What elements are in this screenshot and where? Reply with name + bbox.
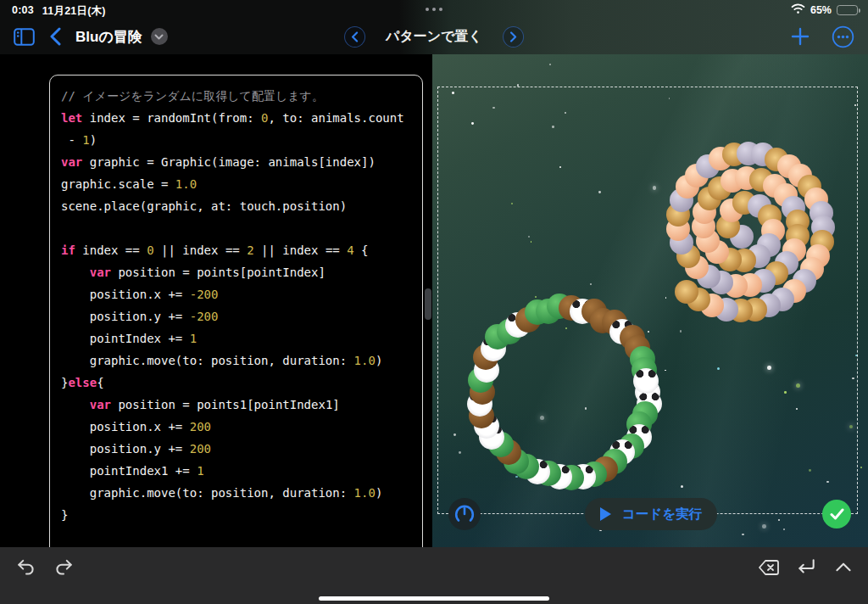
code-line[interactable]: var position = points1[pointIndex1] — [61, 394, 422, 416]
checkmark-icon — [830, 508, 844, 520]
page-title: パターンで置く — [386, 28, 482, 46]
emoji-graphic-panda — [633, 368, 659, 394]
star — [742, 534, 744, 536]
back-button[interactable] — [49, 27, 61, 46]
add-button[interactable] — [791, 27, 810, 46]
live-view-panel: コードを実行 — [432, 54, 868, 547]
backspace-button[interactable] — [756, 555, 782, 580]
battery-icon — [837, 5, 858, 16]
code-line[interactable]: pointIndex1 += 1 — [61, 460, 422, 482]
speed-gauge-button[interactable] — [448, 498, 481, 530]
star — [778, 519, 781, 522]
undo-button[interactable] — [14, 555, 39, 580]
home-indicator[interactable] — [319, 596, 549, 601]
code-line[interactable]: graphic.scale = 1.0 — [61, 173, 422, 195]
code-line[interactable]: } — [61, 504, 422, 526]
code-line[interactable]: var graphic = Graphic(image: animals[ind… — [61, 151, 422, 173]
code-line[interactable]: - 1) — [61, 129, 422, 151]
emoji-graphic-snail — [675, 280, 698, 304]
status-left: 0:03 11月21日(木) — [12, 4, 106, 19]
panel-divider-handle[interactable] — [425, 288, 431, 320]
redo-button[interactable] — [51, 555, 76, 580]
code-line[interactable]: position.x += 200 — [61, 416, 422, 438]
wifi-icon — [791, 3, 805, 17]
star — [549, 64, 551, 65]
code-editor-panel: // イメージをランダムに取得して配置します。let index = rando… — [0, 54, 432, 547]
run-code-label: コードを実行 — [622, 506, 702, 523]
battery-percent: 65% — [810, 4, 832, 16]
date: 11月21日(木) — [42, 4, 106, 19]
header: 0:03 11月21日(木) 65% — [0, 0, 868, 54]
sidebar-toggle-button[interactable] — [14, 28, 35, 46]
code-line[interactable]: var position = points[pointIndex] — [61, 261, 422, 283]
clock: 0:03 — [12, 4, 34, 19]
code-line[interactable]: let index = randomInt(from: 0, to: anima… — [61, 107, 422, 129]
star — [762, 524, 766, 528]
code-line[interactable]: pointIndex += 1 — [61, 327, 422, 350]
status-right: 65% — [791, 3, 858, 17]
code-line[interactable]: }else{ — [61, 372, 422, 394]
code-line[interactable]: graphic.move(to: position, duration: 1.0… — [61, 350, 422, 372]
code-line[interactable]: position.x += -200 — [61, 283, 422, 305]
play-icon — [600, 507, 611, 521]
previous-page-button[interactable] — [344, 26, 365, 48]
run-code-button[interactable]: コードを実行 — [585, 498, 717, 530]
swift-playgrounds-window: 0:03 11月21日(木) 65% — [0, 0, 868, 604]
next-page-button[interactable] — [503, 26, 524, 48]
document-menu-button[interactable] — [151, 28, 168, 45]
star — [860, 467, 862, 468]
more-options-button[interactable] — [832, 25, 854, 48]
code-line[interactable]: scene.place(graphic, at: touch.position) — [61, 195, 422, 217]
code-line[interactable]: position.y += -200 — [61, 305, 422, 327]
code-line[interactable]: if index == 0 || index == 2 || index == … — [61, 239, 422, 261]
multitask-dots-icon — [426, 8, 442, 11]
code-block[interactable]: // イメージをランダムに取得して配置します。let index = rando… — [49, 75, 423, 547]
code-line[interactable]: graphic.move(to: position, duration: 1.0… — [61, 482, 422, 504]
document-title[interactable]: Bluの冒険 — [75, 27, 142, 47]
dismiss-keyboard-button[interactable] — [831, 555, 856, 580]
main-area: // イメージをランダムに取得して配置します。let index = rando… — [0, 54, 868, 547]
code-line[interactable] — [61, 217, 422, 239]
code-line[interactable]: // イメージをランダムに取得して配置します。 — [61, 85, 422, 107]
return-key-button[interactable] — [793, 555, 819, 580]
code-line[interactable]: position.y += 200 — [61, 438, 422, 460]
success-check-button[interactable] — [822, 500, 851, 528]
star — [783, 528, 785, 530]
nav-bar: Bluの冒険 パターンで置く — [0, 19, 868, 54]
